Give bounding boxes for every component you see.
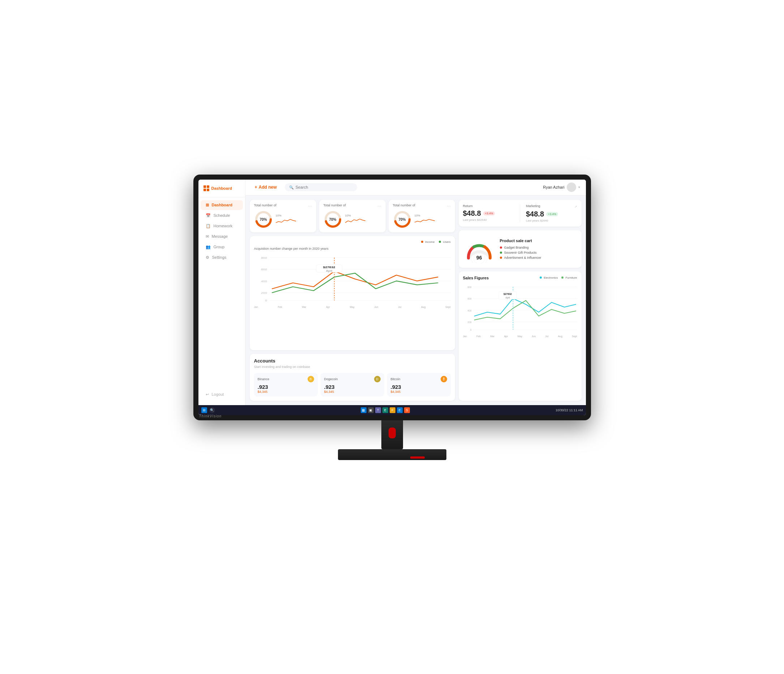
stat-1-pct: 10% [276,214,312,217]
dashboard-icon: ⊞ [206,203,209,207]
svg-text:400: 400 [467,309,472,312]
donut-chart-3: 70% [393,210,412,229]
taskbar: ⊞ 🔍 ▦ ▣ T E F E S 10/30/22 11:11 AM [198,405,586,415]
furniture-dot [562,276,563,279]
sales-legend: Electronics Furniture [540,276,577,280]
taskbar-app-6[interactable]: E [397,407,403,413]
chart-legend: Income Users [254,240,451,244]
furniture-legend: Furniture [562,276,577,280]
acquisition-x-labels: Jan Feb Mar Apr May Jun Jul Aug Sept [254,306,451,308]
sidebar-item-settings-label: Settings [212,255,227,259]
svg-text:800: 800 [261,256,267,259]
btc-value: .923 [391,384,447,390]
header: + Add new 🔍 Ryan Azhari ▾ [246,180,586,196]
return-card: Return $48.8 +3.4% Last years $32640 [459,200,582,227]
stat-card-2: Total number of ··· [319,200,386,232]
stand-red-accent [389,427,396,438]
sidebar-item-dashboard-label: Dashboard [212,203,232,207]
sidebar: Dashboard ⊞ Dashboard 📅 Schedule 📋 [198,180,246,405]
stand-neck [381,420,403,449]
taskbar-app-2[interactable]: ▣ [368,407,374,413]
homework-icon: 📋 [206,224,211,228]
logo-icon [204,185,209,191]
binance-price: $4,345 [258,390,314,394]
accounts-card: Accounts Start investing and trading on … [250,354,455,401]
taskbar-right: 10/30/22 11:11 AM [555,408,583,412]
product-sale-title: Product sale cart [500,239,577,243]
doge-value: .923 [324,384,381,390]
sidebar-item-schedule[interactable]: 📅 Schedule [201,211,243,221]
crypto-bitcoin: Bitcoin ₿ .923 $4,345 [387,373,451,396]
taskbar-left: ⊞ 🔍 [201,407,215,413]
monitor-stand [193,420,591,460]
income-dot [421,241,423,243]
taskbar-center: ▦ ▣ T E F E S [361,407,410,413]
windows-icon[interactable]: ⊞ [201,407,207,413]
accounts-title: Accounts [254,358,451,363]
sidebar-item-settings[interactable]: ⚙ Settings [201,253,243,262]
crypto-dogecoin: Dogecoin D .923 $4,345 [320,373,384,396]
sales-x-labels: Jan Feb Mar Apr May Jun Jul Aug Sept [463,335,577,337]
acquisition-chart: Income Users Acquistion number change pe… [250,236,455,350]
sidebar-item-dashboard[interactable]: ⊞ Dashboard [201,200,243,210]
donut-chart-2: 70% [324,210,342,229]
donut-chart-1: 70% [254,210,273,229]
sidebar-logo: Dashboard [198,185,245,197]
binance-name: Binance [258,377,270,381]
svg-text:April: April [505,296,510,298]
add-new-button[interactable]: + Add new [251,183,280,192]
logout-label: Logout [212,392,224,396]
product-sale-card: 96 Product sale cart Gadget Branding [459,230,582,268]
stat-card-3-menu[interactable]: ··· [447,203,450,208]
electronics-dot [540,276,542,279]
sidebar-item-group[interactable]: 👥 Group [201,242,243,252]
crypto-list: Binance B .923 $4,345 [254,373,451,396]
stat-3-pct: 10% [415,214,451,217]
taskbar-app-5[interactable]: F [390,407,395,413]
return-value: $48.8 +3.4% [463,209,514,217]
taskbar-app-4[interactable]: E [383,407,388,413]
taskbar-search[interactable]: 🔍 [209,407,215,413]
marketing-badge: +3.4% [546,212,558,216]
logout-button[interactable]: ↩ Logout [201,390,243,399]
users-legend: Users [439,240,450,244]
donut-3-value: 70% [398,217,406,221]
btc-icon: ₿ [440,376,447,382]
search-input[interactable] [296,185,353,189]
svg-text:400: 400 [261,280,267,283]
taskbar-app-3[interactable]: T [375,407,381,413]
stat-1-sparkline [276,217,312,224]
product-item-gadget: Gadget Branding [500,246,577,249]
stat-card-1-title: Total number of [254,203,277,208]
ad-dot [500,256,502,259]
user-avatar [567,183,576,192]
dashboard-body: Total number of ··· [246,196,586,405]
donut-1-value: 70% [260,217,267,221]
donut-2-value: 70% [329,217,336,221]
product-list: Gadget Branding Souvenir Gift Products [500,246,577,259]
binance-value: .923 [258,384,314,390]
user-name: Ryan Azhari [543,185,564,189]
stat-card-2-menu[interactable]: ··· [377,203,381,208]
svg-text:$27632: $27632 [323,266,335,269]
souvenir-dot [500,252,502,254]
search-box[interactable]: 🔍 [285,183,357,191]
marketing-label: Marketing [526,204,540,208]
doge-icon: D [374,376,381,382]
stat-card-1-menu[interactable]: ··· [308,203,311,208]
sidebar-item-message-label: Message [212,234,228,239]
marketing-expand[interactable]: ↗ [574,205,577,208]
add-new-label: Add new [259,185,277,190]
income-legend: Income [421,240,434,244]
sidebar-item-homework[interactable]: 📋 Homework [201,221,243,231]
stand-base [338,449,446,460]
sidebar-item-message[interactable]: ✉ Message [201,231,243,241]
sales-figures-card: Sales Figures Electronics Fu [459,272,582,401]
acquisition-title: Acquistion number change per month in 20… [254,247,451,251]
accounts-subtitle: Start investing and trading on coinbase [254,365,451,369]
stat-3-sparkline [415,217,451,224]
svg-text:200: 200 [261,291,267,295]
return-label: Return [463,204,514,208]
taskbar-app-1[interactable]: ▦ [361,407,367,413]
taskbar-app-7[interactable]: S [404,407,410,413]
